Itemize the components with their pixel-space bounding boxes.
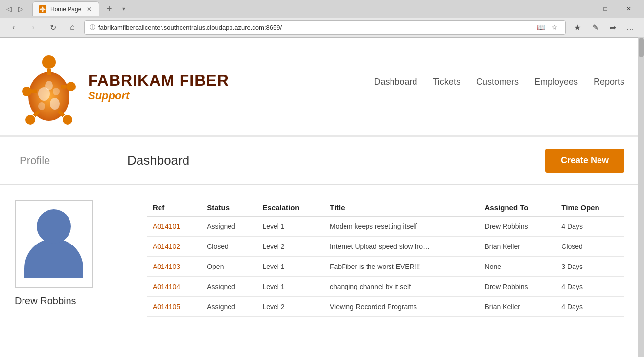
- ticket-title: changing channel by it self: [324, 277, 479, 297]
- table-header-row: Ref Status Escalation Title Assigned To …: [147, 200, 624, 216]
- svg-point-10: [66, 82, 76, 91]
- ticket-status: Assigned: [201, 216, 256, 237]
- table-header: Ref Status Escalation Title Assigned To …: [147, 200, 624, 216]
- back-history-btn[interactable]: ◁: [4, 4, 14, 14]
- reader-view-btn[interactable]: 📖: [535, 22, 547, 33]
- nav-dashboard[interactable]: Dashboard: [374, 77, 417, 87]
- home-btn[interactable]: ⌂: [65, 20, 80, 35]
- new-tab-btn[interactable]: +: [102, 2, 116, 16]
- dashboard-title: Dashboard: [127, 153, 545, 168]
- forward-history-btn[interactable]: ▷: [16, 4, 25, 14]
- svg-point-2: [44, 8, 46, 10]
- scrollbar-thumb[interactable]: [639, 38, 644, 57]
- col-escalation: Escalation: [257, 200, 324, 216]
- ticket-time-open: Closed: [555, 237, 624, 257]
- svg-point-18: [45, 81, 53, 90]
- ticket-status: Assigned: [201, 277, 256, 297]
- ticket-ref-A014103[interactable]: A014103: [147, 257, 201, 277]
- user-name: Drew Robbins: [15, 295, 112, 307]
- svg-point-17: [50, 98, 60, 110]
- minimize-btn[interactable]: —: [571, 1, 593, 16]
- profile-sidebar: Drew Robbins: [0, 185, 127, 332]
- ticket-title: Viewing Recorded Programs: [324, 297, 479, 317]
- ticket-time-open: 4 Days: [555, 297, 624, 317]
- col-status: Status: [201, 200, 256, 216]
- ticket-escalation: Level 1: [257, 257, 324, 277]
- svg-point-20: [53, 88, 60, 95]
- tab-list-btn[interactable]: ▾: [119, 4, 129, 14]
- ticket-time-open: 4 Days: [555, 277, 624, 297]
- svg-point-0: [41, 8, 44, 11]
- table-row: A014105AssignedLevel 2Viewing Recorded P…: [147, 297, 624, 317]
- nav-tickets[interactable]: Tickets: [433, 77, 460, 87]
- avatar-head: [37, 209, 71, 244]
- table-row: A014102ClosedLevel 2Internet Upload spee…: [147, 237, 624, 257]
- nav-customers[interactable]: Customers: [476, 77, 519, 87]
- profile-label: Profile: [20, 155, 127, 167]
- avatar-figure: [24, 209, 83, 278]
- ticket-ref-A014101[interactable]: A014101: [147, 216, 201, 237]
- tab-favicon: [39, 5, 46, 13]
- svg-point-1: [42, 6, 44, 8]
- ticket-status: Assigned: [201, 297, 256, 317]
- ticket-ref-A014104[interactable]: A014104: [147, 277, 201, 297]
- share-btn[interactable]: ➦: [605, 20, 621, 35]
- favorites-btn[interactable]: ☆: [549, 22, 560, 33]
- brand-sub: Support: [88, 89, 229, 102]
- ticket-time-open: 4 Days: [555, 216, 624, 237]
- tickets-section: Ref Status Escalation Title Assigned To …: [127, 185, 644, 332]
- window-close-btn[interactable]: ✕: [618, 1, 640, 16]
- svg-point-3: [42, 10, 44, 12]
- nav-employees[interactable]: Employees: [534, 77, 578, 87]
- brand-name: FABRIKAM FIBER: [88, 71, 229, 89]
- more-btn[interactable]: …: [622, 20, 638, 35]
- ticket-ref-A014102[interactable]: A014102: [147, 237, 201, 257]
- toolbar-actions: ★ ✎ ➦ …: [570, 20, 638, 35]
- notes-btn[interactable]: ✎: [587, 20, 603, 35]
- ticket-assigned-to: Drew Robbins: [479, 216, 556, 237]
- ticket-status: Closed: [201, 237, 256, 257]
- svg-point-14: [63, 115, 72, 125]
- col-title: Title: [324, 200, 479, 216]
- content-body: Drew Robbins Ref Status Escalation Title…: [0, 185, 644, 332]
- tab-close-btn[interactable]: ✕: [85, 5, 93, 13]
- maximize-btn[interactable]: □: [594, 1, 617, 16]
- browser-window: ◁ ▷ Home Page ✕: [0, 0, 644, 357]
- forward-btn[interactable]: ›: [25, 20, 41, 35]
- ticket-title: Modem keeps resetting itself: [324, 216, 479, 237]
- favorites-bar-btn[interactable]: ★: [570, 20, 585, 35]
- window-controls: — □ ✕: [571, 1, 640, 16]
- url-bar[interactable]: ⓘ fabrikamfibercallcenter.southcentralus…: [84, 20, 566, 35]
- ticket-ref-A014105[interactable]: A014105: [147, 297, 201, 317]
- company-logo: [20, 47, 78, 126]
- back-btn[interactable]: ‹: [6, 20, 22, 35]
- browser-chrome: ◁ ▷ Home Page ✕: [0, 0, 644, 38]
- ticket-assigned-to: None: [479, 257, 556, 277]
- create-new-button[interactable]: Create New: [545, 149, 624, 173]
- nav-reports[interactable]: Reports: [594, 77, 624, 87]
- avatar-container: [15, 200, 93, 288]
- content-header: Profile Dashboard Create New: [0, 137, 644, 185]
- title-bar-left: ◁ ▷ Home Page ✕: [4, 1, 129, 16]
- main-area: Profile Dashboard Create New Drew Robbin…: [0, 137, 644, 357]
- security-icon: ⓘ: [90, 23, 95, 32]
- ticket-assigned-to: Drew Robbins: [479, 277, 556, 297]
- page-content: FABRIKAM FIBER Support Dashboard Tickets…: [0, 38, 644, 357]
- favicon-icon: [40, 6, 46, 12]
- browser-tab-home[interactable]: Home Page ✕: [32, 1, 99, 16]
- table-row: A014101AssignedLevel 1Modem keeps resett…: [147, 216, 624, 237]
- site-header: FABRIKAM FIBER Support Dashboard Tickets…: [0, 38, 644, 137]
- svg-point-6: [42, 55, 56, 69]
- svg-point-19: [38, 102, 45, 110]
- tab-controls: ◁ ▷: [4, 4, 25, 14]
- col-assigned-to: Assigned To: [479, 200, 556, 216]
- refresh-btn[interactable]: ↻: [45, 20, 61, 35]
- ticket-escalation: Level 2: [257, 297, 324, 317]
- ticket-assigned-to: Brian Keller: [479, 297, 556, 317]
- col-time-open: Time Open: [555, 200, 624, 216]
- ticket-escalation: Level 1: [257, 277, 324, 297]
- avatar-body: [24, 239, 83, 278]
- header-top: FABRIKAM FIBER Support Dashboard Tickets…: [20, 47, 624, 135]
- scrollbar[interactable]: [638, 37, 644, 357]
- svg-point-12: [25, 115, 35, 125]
